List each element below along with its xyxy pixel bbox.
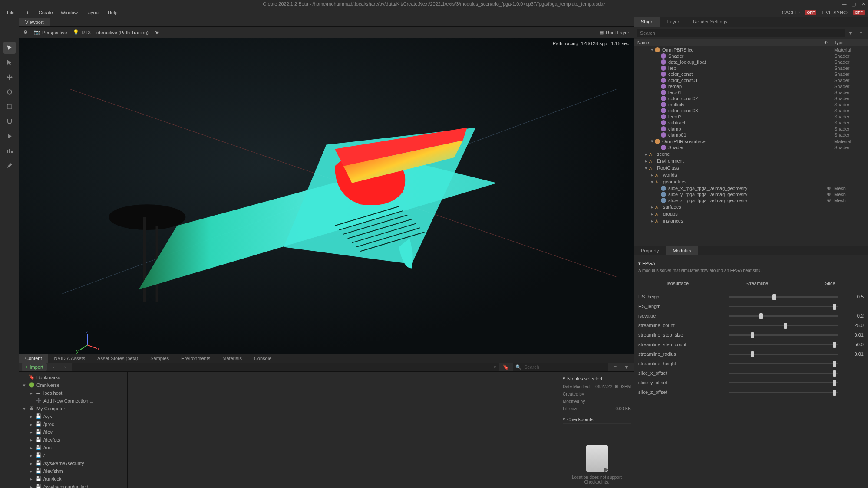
slider-HS_length[interactable] bbox=[729, 303, 838, 310]
root-layer-button[interactable]: ▤ Root Layer bbox=[599, 29, 629, 35]
stage-row[interactable]: data_lookup_floatShader bbox=[634, 59, 868, 65]
tree-node[interactable]: ▾🖥My Computer bbox=[19, 405, 127, 413]
stage-tree[interactable]: ▾OmniPBRSliceMaterialShaderShaderdata_lo… bbox=[634, 46, 868, 246]
visibility-icon[interactable]: 👁 bbox=[155, 30, 159, 35]
tree-node[interactable]: ▸💾/ bbox=[19, 452, 127, 459]
stage-row[interactable]: clamp01Shader bbox=[634, 132, 868, 138]
play-tool[interactable] bbox=[3, 130, 16, 142]
bottom-tab-console[interactable]: Console bbox=[248, 354, 277, 363]
slider-slice_y_offset[interactable] bbox=[729, 379, 838, 386]
content-search-input[interactable]: 🔍Search bbox=[513, 363, 608, 371]
tree-node[interactable]: ▸💾/sys bbox=[19, 413, 127, 420]
stage-row[interactable]: ▸instances bbox=[634, 217, 868, 224]
right-tab-render-settings[interactable]: Render Settings bbox=[686, 17, 734, 27]
right-tab-stage[interactable]: Stage bbox=[634, 17, 660, 27]
maximize-button[interactable]: ▢ bbox=[851, 1, 857, 7]
tree-node[interactable]: ▸💾/dev/shm bbox=[19, 467, 127, 475]
nav-forward-button[interactable]: › bbox=[61, 363, 69, 371]
menu-create[interactable]: Create bbox=[35, 9, 56, 16]
stage-row[interactable]: ▸surfaces bbox=[634, 203, 868, 210]
filter-icon[interactable]: ▼ bbox=[622, 363, 631, 371]
stage-row[interactable]: slice_y_fpga_fpga_velmag_geometry👁Mesh bbox=[634, 191, 868, 197]
menu-file[interactable]: File bbox=[3, 9, 18, 16]
stage-row[interactable]: lerp02Shader bbox=[634, 114, 868, 120]
rotate-tool[interactable] bbox=[3, 86, 16, 98]
stage-row[interactable]: remapShader bbox=[634, 83, 868, 89]
camera-dropdown[interactable]: 📷 Perspective bbox=[34, 29, 67, 35]
menu-layout[interactable]: Layout bbox=[82, 9, 103, 16]
stage-row[interactable]: subtractShader bbox=[634, 120, 868, 126]
bottom-tab-nvidia-assets[interactable]: NVIDIA Assets bbox=[48, 354, 92, 363]
menu-window[interactable]: Window bbox=[57, 9, 81, 16]
path-bar[interactable]: ▾ bbox=[72, 363, 499, 371]
nav-back-button[interactable]: ‹ bbox=[50, 363, 58, 371]
bottom-tab-materials[interactable]: Materials bbox=[216, 354, 248, 363]
stage-row[interactable]: color_const01Shader bbox=[634, 77, 868, 83]
cursor-tool[interactable] bbox=[3, 56, 16, 69]
mode-isosurface[interactable]: Isosurface bbox=[662, 280, 693, 287]
tree-node[interactable]: ▸💾/run/lock bbox=[19, 475, 127, 483]
stage-col-vis[interactable]: 👁 bbox=[824, 40, 834, 45]
bottom-tab-samples[interactable]: Samples bbox=[144, 354, 175, 363]
stage-row[interactable]: ▾RootClass bbox=[634, 164, 868, 171]
stage-row[interactable]: ▸scene bbox=[634, 151, 868, 157]
mode-slice[interactable]: Slice bbox=[821, 280, 840, 287]
content-browser[interactable]: ▦ bbox=[128, 372, 560, 488]
slider-HS_height[interactable] bbox=[729, 293, 838, 300]
stage-row[interactable]: lerp01Shader bbox=[634, 89, 868, 95]
close-button[interactable]: ✕ bbox=[860, 1, 866, 7]
stage-row[interactable]: ▾geometries bbox=[634, 178, 868, 185]
stage-col-type[interactable]: Type bbox=[834, 40, 865, 45]
tree-node[interactable]: ▾🟢Omniverse bbox=[19, 381, 127, 389]
stage-row[interactable]: slice_z_fpga_fpga_velmag_geometry👁Mesh bbox=[634, 197, 868, 203]
slider-slice_x_offset[interactable] bbox=[729, 370, 838, 377]
livesync-status-badge[interactable]: OFF bbox=[853, 10, 865, 15]
slider-streamline_height[interactable] bbox=[729, 360, 838, 367]
bottom-tab-environments[interactable]: Environments bbox=[175, 354, 216, 363]
tree-node[interactable]: ▸💾/proc bbox=[19, 420, 127, 428]
scale-tool[interactable] bbox=[3, 101, 16, 113]
slider-streamline_step_size[interactable] bbox=[729, 331, 838, 338]
snap-tool[interactable] bbox=[3, 115, 16, 128]
tree-node[interactable]: ▸💾/sys/fs/cgroup/unified bbox=[19, 483, 127, 488]
menu-help[interactable]: Help bbox=[104, 9, 121, 16]
viewport-settings-icon[interactable]: ⚙ bbox=[23, 29, 28, 35]
stage-row[interactable]: ShaderShader bbox=[634, 53, 868, 59]
import-button[interactable]: +Import bbox=[22, 363, 47, 371]
slider-isovalue[interactable] bbox=[729, 312, 838, 319]
tree-node[interactable]: ▸☁localhost bbox=[19, 389, 127, 397]
stage-row[interactable]: ▸groups bbox=[634, 210, 868, 217]
bookmark-icon[interactable]: 🔖 bbox=[502, 363, 510, 371]
stage-row[interactable]: color_const02Shader bbox=[634, 95, 868, 102]
property-tab-modulus[interactable]: Modulus bbox=[666, 246, 698, 255]
stage-filter-icon[interactable]: ▼ bbox=[846, 29, 855, 37]
stage-row[interactable]: color_const03Shader bbox=[634, 108, 868, 114]
filter-options-icon[interactable]: ≡ bbox=[611, 363, 620, 371]
stage-row[interactable]: multiplyShader bbox=[634, 102, 868, 108]
tree-node[interactable]: ➕Add New Connection ... bbox=[19, 397, 127, 405]
bottom-tab-asset-stores-beta-[interactable]: Asset Stores (beta) bbox=[91, 354, 144, 363]
tree-node[interactable]: ▸💾/dev/pts bbox=[19, 436, 127, 444]
move-tool[interactable] bbox=[3, 71, 16, 83]
stage-row[interactable]: ShaderShader bbox=[634, 144, 868, 151]
slider-slice_z_offset[interactable] bbox=[729, 389, 838, 396]
mode-streamline[interactable]: Streamline bbox=[741, 280, 773, 287]
brush-tool[interactable] bbox=[3, 160, 16, 172]
stage-row[interactable]: ▸worlds bbox=[634, 171, 868, 178]
tree-node[interactable]: ▸💾/dev bbox=[19, 428, 127, 436]
right-tab-layer[interactable]: Layer bbox=[660, 17, 686, 27]
stage-row[interactable]: ▸Environment bbox=[634, 157, 868, 164]
viewport-tab[interactable]: Viewport bbox=[19, 18, 50, 26]
animation-tool[interactable] bbox=[3, 145, 16, 157]
property-tab-property[interactable]: Property bbox=[634, 246, 666, 255]
stage-options-icon[interactable]: ≡ bbox=[857, 29, 865, 37]
stage-row[interactable]: ▾OmniPBRSliceMaterial bbox=[634, 46, 868, 53]
fpga-section-header[interactable]: ▾ FPGA bbox=[638, 259, 864, 268]
content-tree[interactable]: 🔖Bookmarks▾🟢Omniverse▸☁localhost➕Add New… bbox=[19, 372, 128, 488]
slider-streamline_radius[interactable] bbox=[729, 350, 838, 357]
stage-col-name[interactable]: Name bbox=[637, 40, 824, 45]
tree-node[interactable]: ▸💾/sys/kernel/security bbox=[19, 459, 127, 467]
stage-row[interactable]: ▾OmniPBRIsosurfaceMaterial bbox=[634, 138, 868, 144]
stage-row[interactable]: color_constShader bbox=[634, 71, 868, 77]
stage-row[interactable]: lerpShader bbox=[634, 65, 868, 71]
